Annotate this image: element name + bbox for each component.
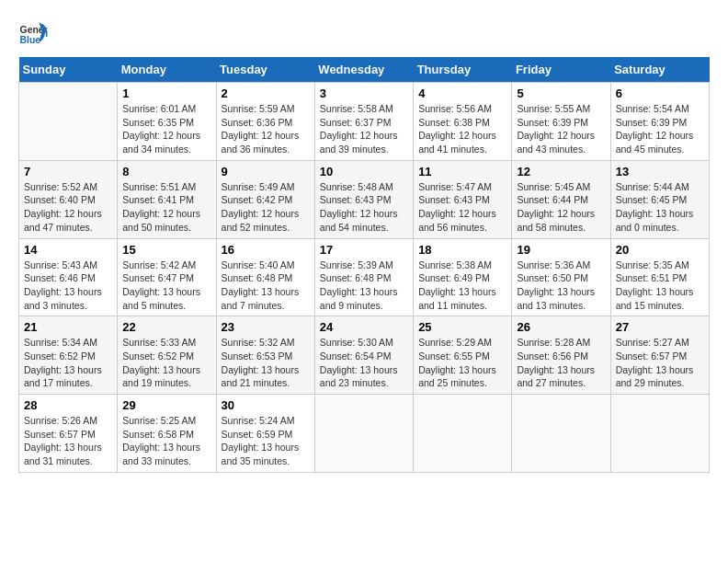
calendar-cell: 30Sunrise: 5:24 AMSunset: 6:59 PMDayligh… [216, 395, 314, 473]
calendar-cell: 17Sunrise: 5:39 AMSunset: 6:48 PMDayligh… [314, 238, 413, 316]
day-number: 2 [222, 86, 310, 100]
calendar-cell [512, 395, 610, 473]
day-info: Sunrise: 5:30 AMSunset: 6:54 PMDaylight:… [320, 336, 408, 390]
calendar-cell: 23Sunrise: 5:32 AMSunset: 6:53 PMDayligh… [216, 316, 314, 395]
calendar-cell: 19Sunrise: 5:36 AMSunset: 6:50 PMDayligh… [512, 238, 610, 316]
calendar-cell: 25Sunrise: 5:29 AMSunset: 6:55 PMDayligh… [414, 316, 512, 395]
calendar-cell: 15Sunrise: 5:42 AMSunset: 6:47 PMDayligh… [118, 238, 216, 316]
calendar-cell: 18Sunrise: 5:38 AMSunset: 6:49 PMDayligh… [414, 238, 512, 316]
day-info: Sunrise: 5:26 AMSunset: 6:57 PMDaylight:… [24, 414, 112, 468]
weekday-header: Monday [118, 57, 216, 83]
logo-icon: General Blue [18, 18, 48, 48]
calendar-cell: 20Sunrise: 5:35 AMSunset: 6:51 PMDayligh… [610, 238, 709, 316]
calendar-week-row: 28Sunrise: 5:26 AMSunset: 6:57 PMDayligh… [19, 395, 710, 473]
day-info: Sunrise: 5:52 AMSunset: 6:40 PMDaylight:… [24, 180, 112, 235]
day-info: Sunrise: 5:47 AMSunset: 6:43 PMDaylight:… [418, 180, 506, 235]
day-number: 18 [418, 243, 506, 257]
day-info: Sunrise: 5:51 AMSunset: 6:41 PMDaylight:… [122, 180, 210, 235]
day-number: 5 [517, 86, 605, 100]
weekday-header: Friday [512, 57, 610, 83]
day-number: 4 [418, 86, 506, 100]
day-number: 15 [122, 243, 210, 257]
day-info: Sunrise: 5:32 AMSunset: 6:53 PMDaylight:… [222, 336, 310, 390]
calendar-cell: 13Sunrise: 5:44 AMSunset: 6:45 PMDayligh… [610, 160, 709, 238]
calendar-cell: 10Sunrise: 5:48 AMSunset: 6:43 PMDayligh… [314, 160, 413, 238]
day-info: Sunrise: 5:38 AMSunset: 6:49 PMDaylight:… [418, 259, 506, 313]
calendar-cell [414, 395, 512, 473]
day-number: 20 [616, 243, 704, 257]
day-number: 21 [24, 320, 112, 334]
day-info: Sunrise: 5:55 AMSunset: 6:39 PMDaylight:… [517, 102, 605, 156]
calendar-week-row: 7Sunrise: 5:52 AMSunset: 6:40 PMDaylight… [19, 160, 710, 238]
day-number: 3 [320, 86, 408, 100]
day-info: Sunrise: 5:29 AMSunset: 6:55 PMDaylight:… [418, 336, 506, 390]
calendar-cell: 6Sunrise: 5:54 AMSunset: 6:39 PMDaylight… [610, 83, 709, 161]
calendar-cell: 9Sunrise: 5:49 AMSunset: 6:42 PMDaylight… [216, 160, 314, 238]
calendar-cell: 12Sunrise: 5:45 AMSunset: 6:44 PMDayligh… [512, 160, 610, 238]
weekday-header-row: SundayMondayTuesdayWednesdayThursdayFrid… [19, 57, 710, 83]
svg-text:Blue: Blue [20, 35, 41, 45]
day-number: 7 [24, 165, 112, 178]
day-info: Sunrise: 5:33 AMSunset: 6:52 PMDaylight:… [122, 336, 210, 390]
day-info: Sunrise: 5:58 AMSunset: 6:37 PMDaylight:… [320, 102, 408, 156]
calendar-cell [610, 395, 709, 473]
day-number: 1 [122, 86, 210, 100]
day-info: Sunrise: 5:48 AMSunset: 6:43 PMDaylight:… [320, 180, 408, 235]
day-info: Sunrise: 5:39 AMSunset: 6:48 PMDaylight:… [320, 259, 408, 313]
logo: General Blue [18, 18, 51, 48]
calendar-table: SundayMondayTuesdayWednesdayThursdayFrid… [18, 57, 710, 473]
calendar-cell: 8Sunrise: 5:51 AMSunset: 6:41 PMDaylight… [118, 160, 216, 238]
calendar-cell: 14Sunrise: 5:43 AMSunset: 6:46 PMDayligh… [19, 238, 118, 316]
day-number: 16 [222, 243, 310, 257]
day-info: Sunrise: 5:43 AMSunset: 6:46 PMDaylight:… [24, 259, 112, 313]
weekday-header: Tuesday [216, 57, 314, 83]
day-info: Sunrise: 5:40 AMSunset: 6:48 PMDaylight:… [222, 259, 310, 313]
day-info: Sunrise: 5:36 AMSunset: 6:50 PMDaylight:… [517, 259, 605, 313]
day-number: 17 [320, 243, 408, 257]
day-number: 30 [222, 398, 310, 412]
day-number: 27 [616, 320, 704, 334]
day-info: Sunrise: 5:28 AMSunset: 6:56 PMDaylight:… [517, 336, 605, 390]
day-info: Sunrise: 5:35 AMSunset: 6:51 PMDaylight:… [616, 259, 704, 313]
day-info: Sunrise: 5:34 AMSunset: 6:52 PMDaylight:… [24, 336, 112, 390]
weekday-header: Sunday [19, 57, 118, 83]
calendar-cell: 7Sunrise: 5:52 AMSunset: 6:40 PMDaylight… [19, 160, 118, 238]
day-info: Sunrise: 5:56 AMSunset: 6:38 PMDaylight:… [418, 102, 506, 156]
day-number: 13 [616, 165, 704, 178]
calendar-cell: 22Sunrise: 5:33 AMSunset: 6:52 PMDayligh… [118, 316, 216, 395]
day-number: 14 [24, 243, 112, 257]
calendar-cell [19, 83, 118, 161]
day-number: 22 [122, 320, 210, 334]
weekday-header: Thursday [414, 57, 512, 83]
calendar-week-row: 21Sunrise: 5:34 AMSunset: 6:52 PMDayligh… [19, 316, 710, 395]
day-info: Sunrise: 5:45 AMSunset: 6:44 PMDaylight:… [517, 180, 605, 235]
calendar-week-row: 14Sunrise: 5:43 AMSunset: 6:46 PMDayligh… [19, 238, 710, 316]
day-info: Sunrise: 5:27 AMSunset: 6:57 PMDaylight:… [616, 336, 704, 390]
calendar-cell: 5Sunrise: 5:55 AMSunset: 6:39 PMDaylight… [512, 83, 610, 161]
day-info: Sunrise: 5:44 AMSunset: 6:45 PMDaylight:… [616, 180, 704, 235]
calendar-cell: 29Sunrise: 5:25 AMSunset: 6:58 PMDayligh… [118, 395, 216, 473]
day-number: 24 [320, 320, 408, 334]
calendar-cell [314, 395, 413, 473]
day-number: 26 [517, 320, 605, 334]
day-number: 29 [122, 398, 210, 412]
calendar-cell: 1Sunrise: 6:01 AMSunset: 6:35 PMDaylight… [118, 83, 216, 161]
calendar-cell: 26Sunrise: 5:28 AMSunset: 6:56 PMDayligh… [512, 316, 610, 395]
day-number: 8 [122, 165, 210, 178]
calendar-cell: 27Sunrise: 5:27 AMSunset: 6:57 PMDayligh… [610, 316, 709, 395]
day-info: Sunrise: 5:54 AMSunset: 6:39 PMDaylight:… [616, 102, 704, 156]
weekday-header: Saturday [610, 57, 709, 83]
day-number: 28 [24, 398, 112, 412]
calendar-cell: 11Sunrise: 5:47 AMSunset: 6:43 PMDayligh… [414, 160, 512, 238]
calendar-cell: 2Sunrise: 5:59 AMSunset: 6:36 PMDaylight… [216, 83, 314, 161]
day-info: Sunrise: 5:42 AMSunset: 6:47 PMDaylight:… [122, 259, 210, 313]
day-number: 9 [222, 165, 310, 178]
day-info: Sunrise: 5:25 AMSunset: 6:58 PMDaylight:… [122, 414, 210, 468]
page-header: General Blue [18, 18, 710, 48]
calendar-cell: 4Sunrise: 5:56 AMSunset: 6:38 PMDaylight… [414, 83, 512, 161]
day-info: Sunrise: 6:01 AMSunset: 6:35 PMDaylight:… [122, 102, 210, 156]
day-info: Sunrise: 5:49 AMSunset: 6:42 PMDaylight:… [222, 180, 310, 235]
calendar-cell: 16Sunrise: 5:40 AMSunset: 6:48 PMDayligh… [216, 238, 314, 316]
day-number: 23 [222, 320, 310, 334]
day-number: 10 [320, 165, 408, 178]
